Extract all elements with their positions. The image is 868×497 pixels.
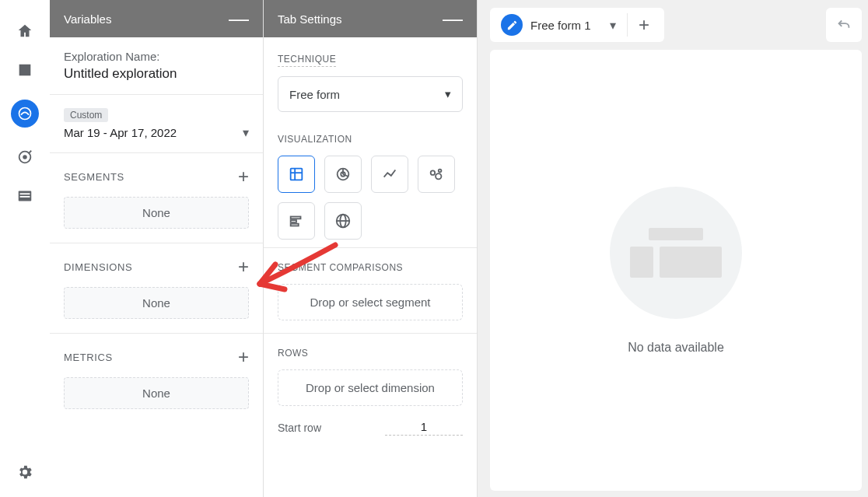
pencil-icon xyxy=(501,14,523,36)
dimensions-header: DIMENSIONS + xyxy=(50,243,263,276)
variables-panel-header: Variables — xyxy=(50,0,263,37)
svg-point-13 xyxy=(431,170,436,175)
svg-rect-16 xyxy=(291,217,301,219)
start-row-label: Start row xyxy=(278,422,321,434)
exploration-name-label: Exploration Name: xyxy=(64,50,249,63)
tab-settings-panel: Tab Settings — TECHNIQUE Free form ▾ VIS… xyxy=(264,0,478,497)
metrics-header: METRICS + xyxy=(50,334,263,366)
advertising-icon[interactable] xyxy=(16,148,34,166)
tab-name: Free form 1 xyxy=(530,19,591,32)
variables-panel-title: Variables xyxy=(64,12,111,26)
technique-value: Free form xyxy=(289,88,340,101)
collapse-variables-button[interactable]: — xyxy=(229,9,249,29)
left-nav-rail xyxy=(0,0,50,497)
viz-donut-button[interactable] xyxy=(324,156,362,193)
svg-rect-18 xyxy=(291,224,299,226)
no-data-illustration xyxy=(610,187,742,319)
add-segment-button[interactable]: + xyxy=(238,167,249,186)
tab-freeform-1[interactable]: Free form 1 xyxy=(493,8,599,42)
caret-down-icon[interactable]: ▾ xyxy=(243,125,249,140)
segment-comparisons-label: SEGMENT COMPARISONS xyxy=(278,262,463,273)
segments-title: SEGMENTS xyxy=(64,171,124,183)
collapse-tab-settings-button[interactable]: — xyxy=(443,9,463,29)
svg-rect-5 xyxy=(20,196,30,198)
svg-point-14 xyxy=(436,173,441,179)
exploration-name-block[interactable]: Exploration Name: Untitled exploration xyxy=(50,37,263,95)
add-dimension-button[interactable]: + xyxy=(238,257,249,276)
svg-rect-17 xyxy=(291,220,296,222)
visualization-label: VISUALIZATION xyxy=(278,134,463,145)
caret-down-icon: ▾ xyxy=(445,87,451,101)
start-row-field[interactable]: Start row 1 xyxy=(278,411,463,436)
add-tab-button[interactable]: + xyxy=(627,13,661,37)
viz-bar-button[interactable] xyxy=(278,202,315,240)
segments-empty[interactable]: None xyxy=(64,197,249,229)
segment-drop-target[interactable]: Drop or select segment xyxy=(278,284,463,320)
canvas-body: No data available xyxy=(490,50,862,491)
undo-button[interactable] xyxy=(826,8,862,42)
rows-label: ROWS xyxy=(278,348,463,359)
configure-icon[interactable] xyxy=(16,187,34,205)
svg-rect-4 xyxy=(20,193,30,194)
svg-rect-6 xyxy=(291,169,303,180)
svg-point-15 xyxy=(439,170,442,173)
explore-icon[interactable] xyxy=(11,100,39,128)
canvas-area: Free form 1 ▾ + No data available xyxy=(478,0,868,497)
date-range-chip: Custom xyxy=(64,108,108,122)
rows-drop-target[interactable]: Drop or select dimension xyxy=(278,369,463,406)
dimensions-title: DIMENSIONS xyxy=(64,261,132,273)
segments-header: SEGMENTS + xyxy=(50,153,263,186)
date-range-block[interactable]: Custom Mar 19 - Apr 17, 2022 ▾ xyxy=(50,95,263,153)
add-metric-button[interactable]: + xyxy=(238,348,249,366)
metrics-empty[interactable]: None xyxy=(64,377,249,409)
tab-bar: Free form 1 ▾ + xyxy=(490,8,664,42)
no-data-text: No data available xyxy=(628,341,724,355)
viz-table-button[interactable] xyxy=(278,156,315,193)
tab-menu-caret[interactable]: ▾ xyxy=(599,18,627,33)
date-range-value: Mar 19 - Apr 17, 2022 xyxy=(64,126,177,139)
variables-panel: Variables — Exploration Name: Untitled e… xyxy=(50,0,264,497)
reports-icon[interactable] xyxy=(16,61,34,79)
home-icon[interactable] xyxy=(16,22,34,40)
viz-geo-button[interactable] xyxy=(324,202,362,240)
technique-select[interactable]: Free form ▾ xyxy=(278,76,463,112)
viz-scatter-button[interactable] xyxy=(418,156,455,193)
svg-point-2 xyxy=(23,155,27,159)
tab-settings-header: Tab Settings — xyxy=(264,0,477,37)
tab-settings-title: Tab Settings xyxy=(278,12,342,26)
technique-label: TECHNIQUE xyxy=(278,54,336,67)
svg-point-0 xyxy=(19,108,31,120)
start-row-value[interactable]: 1 xyxy=(385,420,463,436)
dimensions-empty[interactable]: None xyxy=(64,287,249,319)
exploration-name-value[interactable]: Untitled exploration xyxy=(64,66,249,82)
metrics-title: METRICS xyxy=(64,352,113,363)
settings-icon[interactable] xyxy=(16,463,34,481)
viz-line-button[interactable] xyxy=(371,156,408,193)
